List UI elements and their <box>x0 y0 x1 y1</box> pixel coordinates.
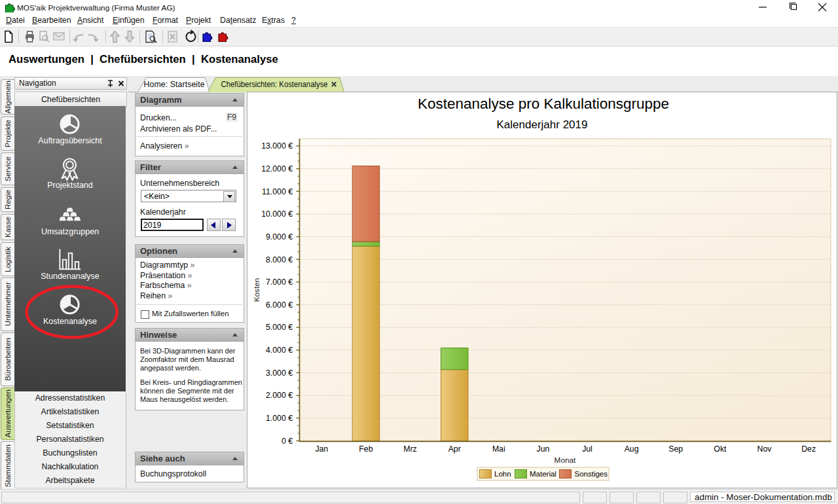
svg-text:Sonstiges: Sonstiges <box>575 470 608 478</box>
svg-text:Jun: Jun <box>536 444 549 454</box>
svg-text:12.000 €: 12.000 € <box>261 164 293 173</box>
svg-text:Monat: Monat <box>555 456 577 465</box>
svg-text:Jan: Jan <box>315 444 328 454</box>
svg-text:5.000 €: 5.000 € <box>266 323 293 332</box>
svg-text:Feb: Feb <box>359 444 373 454</box>
svg-text:7.000 €: 7.000 € <box>266 278 293 287</box>
svg-text:Chefübersichten: Kostenanalyse: Chefübersichten: Kostenanalyse <box>221 80 328 89</box>
svg-text:Dez: Dez <box>801 444 816 454</box>
svg-text:Aug: Aug <box>625 444 639 454</box>
svg-text:Material: Material <box>530 470 556 478</box>
svg-text:Lohn: Lohn <box>494 470 511 478</box>
svg-text:Kalenderjahr 2019: Kalenderjahr 2019 <box>497 118 588 131</box>
svg-text:8.000 €: 8.000 € <box>266 255 293 264</box>
svg-text:Nov: Nov <box>757 444 773 454</box>
svg-text:Kostenanalyse pro Kalkulations: Kostenanalyse pro Kalkulationsgruppe <box>418 96 669 112</box>
svg-text:Kosten: Kosten <box>252 278 261 302</box>
svg-text:Sep: Sep <box>668 444 683 454</box>
svg-text:11.000 €: 11.000 € <box>262 187 293 196</box>
svg-text:6.000 €: 6.000 € <box>266 300 293 310</box>
svg-text:Home: Startseite: Home: Startseite <box>144 80 205 89</box>
svg-text:9.000 €: 9.000 € <box>266 232 293 242</box>
svg-text:Jul: Jul <box>582 444 592 454</box>
svg-text:10.000 €: 10.000 € <box>261 209 293 219</box>
svg-text:3.000 €: 3.000 € <box>266 369 293 378</box>
svg-text:Okt: Okt <box>714 444 727 454</box>
svg-text:2.000 €: 2.000 € <box>266 391 293 400</box>
svg-text:Mai: Mai <box>492 444 505 454</box>
svg-text:13.000 €: 13.000 € <box>261 141 293 151</box>
svg-text:Mrz: Mrz <box>403 444 417 454</box>
svg-text:0 €: 0 € <box>282 437 293 446</box>
svg-text:1.000 €: 1.000 € <box>266 414 293 423</box>
svg-text:Apr: Apr <box>448 444 461 454</box>
svg-text:4.000 €: 4.000 € <box>266 346 293 355</box>
